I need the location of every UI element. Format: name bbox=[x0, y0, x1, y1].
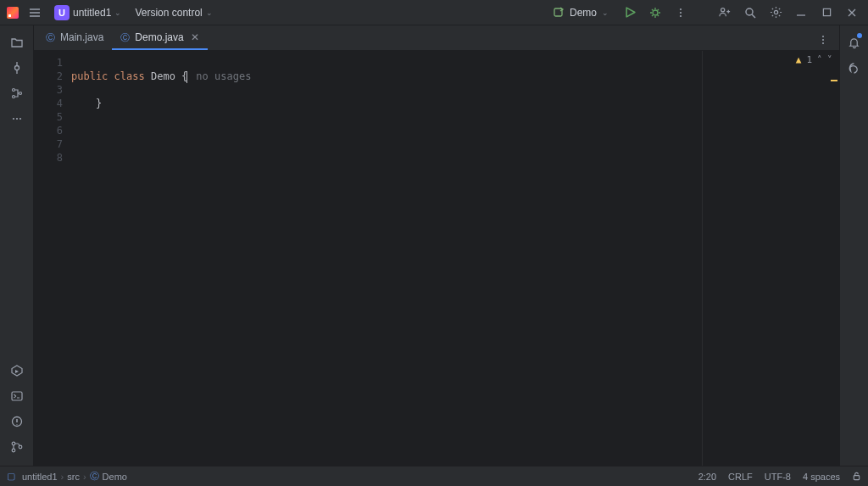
inspection-widget[interactable]: ▲ 1 ˄ ˅ bbox=[796, 54, 832, 65]
search-everywhere-button[interactable] bbox=[739, 2, 761, 24]
tab-label: Main.java bbox=[60, 31, 103, 43]
structure-tool-button[interactable] bbox=[5, 81, 29, 105]
svg-point-5 bbox=[721, 8, 724, 12]
rerun-icon bbox=[553, 7, 565, 19]
warning-count: 1 bbox=[806, 54, 812, 65]
settings-button[interactable] bbox=[765, 2, 787, 24]
close-tab-button[interactable]: ✕ bbox=[191, 31, 199, 43]
project-badge: U bbox=[54, 5, 70, 20]
status-bar: ▢ untitled1 › src › Ⓒ Demo 2:20 CRLF UTF… bbox=[0, 466, 868, 486]
indent-setting[interactable]: 4 spaces bbox=[803, 472, 840, 482]
project-tool-button[interactable] bbox=[5, 31, 29, 54]
svg-point-21 bbox=[822, 36, 824, 37]
java-class-icon: Ⓒ bbox=[90, 470, 99, 483]
svg-point-11 bbox=[12, 96, 14, 98]
project-name: untitled1 bbox=[73, 7, 111, 19]
svg-point-20 bbox=[19, 445, 22, 449]
code-with-me-button[interactable] bbox=[714, 2, 736, 24]
vcs-label: Version control bbox=[135, 7, 202, 19]
chevron-down-icon: ⌄ bbox=[114, 8, 121, 17]
error-stripe-mark[interactable] bbox=[831, 80, 837, 81]
run-button[interactable] bbox=[619, 2, 641, 24]
right-margin-guide bbox=[702, 51, 703, 466]
line-separator[interactable]: CRLF bbox=[728, 472, 753, 482]
editor-tabs: Ⓒ Main.java Ⓒ Demo.java ✕ bbox=[34, 25, 839, 51]
project-selector[interactable]: U untitled1 ⌄ bbox=[49, 3, 126, 23]
svg-point-14 bbox=[15, 118, 17, 120]
chevron-down-icon: ⌄ bbox=[602, 8, 609, 17]
tab-overflow-button[interactable] bbox=[812, 29, 834, 51]
run-config-selector[interactable]: Demo ⌄ bbox=[546, 3, 615, 23]
code-editor[interactable]: 1 2 3 4 5 6 7 8 ▲ 1 ˄ ˅ public class bbox=[34, 51, 839, 466]
prev-highlight-button[interactable]: ˄ bbox=[817, 54, 822, 65]
tab-demo-java[interactable]: Ⓒ Demo.java ✕ bbox=[112, 25, 207, 50]
line-gutter: 1 2 3 4 5 6 7 8 bbox=[34, 51, 70, 466]
module-icon: ▢ bbox=[7, 471, 15, 482]
run-config-name: Demo bbox=[570, 7, 597, 19]
minimize-button[interactable] bbox=[790, 2, 812, 24]
svg-point-3 bbox=[680, 11, 682, 13]
svg-point-9 bbox=[14, 66, 19, 70]
breadcrumb-class: Demo bbox=[103, 472, 127, 482]
svg-rect-24 bbox=[854, 476, 859, 480]
main-area: Ⓒ Main.java Ⓒ Demo.java ✕ 1 2 3 4 5 6 7 … bbox=[0, 25, 868, 466]
debug-button[interactable] bbox=[644, 2, 666, 24]
tab-main-java[interactable]: Ⓒ Main.java bbox=[37, 25, 112, 50]
problems-tool-button[interactable] bbox=[5, 410, 29, 433]
notifications-button[interactable] bbox=[843, 31, 866, 54]
chevron-down-icon: ⌄ bbox=[206, 8, 213, 17]
terminal-tool-button[interactable] bbox=[5, 384, 29, 408]
svg-point-4 bbox=[680, 14, 682, 16]
commit-tool-button[interactable] bbox=[5, 56, 29, 80]
java-class-icon: Ⓒ bbox=[120, 31, 130, 44]
file-encoding[interactable]: UTF-8 bbox=[765, 472, 791, 482]
svg-point-19 bbox=[12, 449, 15, 452]
svg-point-13 bbox=[12, 118, 14, 120]
code-area[interactable]: ▲ 1 ˄ ˅ public class Demo {no usages } bbox=[70, 51, 839, 466]
services-tool-button[interactable] bbox=[5, 359, 29, 383]
tab-label: Demo.java bbox=[135, 31, 183, 43]
vcs-selector[interactable]: Version control ⌄ bbox=[130, 3, 217, 23]
svg-point-1 bbox=[653, 10, 658, 15]
svg-point-7 bbox=[774, 10, 777, 14]
left-tool-rail bbox=[0, 25, 34, 466]
caret-position[interactable]: 2:20 bbox=[698, 472, 716, 482]
svg-point-10 bbox=[12, 89, 14, 92]
app-logo bbox=[5, 5, 20, 20]
svg-rect-0 bbox=[554, 8, 562, 16]
breadcrumb-project: untitled1 bbox=[22, 472, 58, 482]
git-tool-button[interactable] bbox=[5, 435, 29, 459]
readonly-toggle[interactable] bbox=[852, 472, 861, 481]
svg-point-23 bbox=[822, 42, 824, 44]
svg-point-2 bbox=[680, 8, 682, 9]
java-class-icon: Ⓒ bbox=[46, 31, 55, 44]
right-tool-rail bbox=[839, 25, 868, 466]
inlay-hint: no usages bbox=[196, 70, 251, 82]
svg-point-22 bbox=[822, 39, 824, 41]
close-button[interactable] bbox=[841, 2, 863, 24]
more-actions-button[interactable] bbox=[670, 2, 692, 24]
ai-assistant-button[interactable] bbox=[843, 56, 866, 80]
warning-icon: ▲ bbox=[796, 54, 802, 65]
breadcrumb[interactable]: untitled1 › src › Ⓒ Demo bbox=[22, 470, 127, 483]
breadcrumb-src: src bbox=[67, 472, 80, 482]
main-menu-button[interactable] bbox=[24, 2, 46, 24]
svg-point-12 bbox=[19, 92, 21, 95]
editor-column: Ⓒ Main.java Ⓒ Demo.java ✕ 1 2 3 4 5 6 7 … bbox=[34, 25, 839, 466]
svg-point-6 bbox=[746, 8, 753, 15]
next-highlight-button[interactable]: ˅ bbox=[827, 54, 832, 65]
svg-rect-8 bbox=[823, 8, 830, 15]
svg-point-18 bbox=[12, 442, 15, 445]
svg-point-15 bbox=[19, 118, 20, 120]
titlebar: U untitled1 ⌄ Version control ⌄ Demo ⌄ bbox=[0, 0, 868, 25]
maximize-button[interactable] bbox=[815, 2, 837, 24]
svg-rect-16 bbox=[12, 392, 22, 400]
text-caret bbox=[186, 71, 187, 83]
more-tools-button[interactable] bbox=[5, 107, 29, 131]
